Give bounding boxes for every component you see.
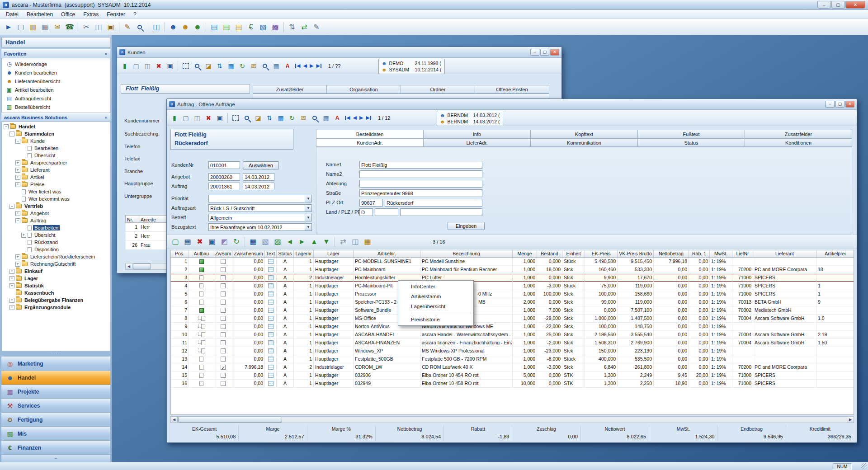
tree-item-handel[interactable]: −Handel — [2, 123, 110, 130]
tree-item-übersicht[interactable]: Übersicht — [2, 152, 110, 159]
column-header-pos[interactable]: Pos. — [171, 250, 189, 257]
column-header-artikelnr[interactable]: Artikelnr. — [354, 250, 420, 257]
delete-record-icon[interactable]: ✖ — [203, 113, 214, 123]
favorite-item-artikel-bearbeiten[interactable]: ▣Artikel bearbeiten — [2, 85, 110, 94]
betreff-input[interactable] — [208, 214, 305, 221]
column-header-bestand[interactable]: Bestand — [537, 250, 562, 257]
bezugstext-input[interactable] — [208, 223, 305, 231]
move-left-icon[interactable]: ◄ — [284, 236, 296, 248]
refresh-icon[interactable]: ↻ — [287, 113, 297, 123]
move-down-icon[interactable]: ▼ — [321, 236, 332, 248]
maximize-button[interactable]: ▢ — [835, 101, 844, 108]
maximize-button[interactable]: ▢ — [831, 1, 845, 9]
column-header-aufbau[interactable]: Aufbau — [189, 250, 214, 257]
duplicate-record-icon[interactable]: ◫ — [192, 113, 203, 123]
item-row[interactable]: 147.996,18A2IndustrielagerCDROM_LWCD ROM… — [171, 363, 854, 371]
zwsum-checkbox[interactable] — [221, 381, 226, 386]
favorites-header[interactable]: Favoriten « — [1, 49, 110, 58]
save-record-icon[interactable]: ▣ — [214, 113, 225, 123]
reports-icon[interactable]: ▩ — [269, 21, 281, 33]
customer-name-tab[interactable]: Flott Fleißig — [121, 84, 250, 94]
auftrag-date-input[interactable] — [243, 183, 274, 190]
zwsum-checkbox[interactable] — [221, 308, 226, 313]
expand-icon[interactable]: + — [15, 254, 20, 259]
zwsum-checkbox[interactable] — [221, 316, 226, 321]
grid-view-icon[interactable]: ▦ — [247, 236, 259, 248]
tree-item-stammdaten[interactable]: −Stammdaten — [2, 130, 110, 137]
item-row[interactable]: 10,00A1HauptlagerPC-MODELL-SUNSHINE1PC M… — [171, 258, 854, 266]
zoom-icon[interactable] — [259, 61, 270, 71]
angebot-date-input[interactable] — [243, 173, 274, 181]
auftragsart-input[interactable] — [208, 204, 305, 212]
move-up-icon[interactable]: ▲ — [308, 236, 320, 248]
calendar-icon[interactable]: ▦ — [362, 236, 373, 248]
copy-icon[interactable]: ◫ — [93, 21, 104, 33]
menu-help[interactable]: ? — [129, 11, 141, 18]
print-icon[interactable]: ▦ — [271, 61, 282, 71]
item-row[interactable]: 110,00A1HauptlagerASCARA-FINANZENascara … — [171, 339, 854, 347]
column-header-lieferant[interactable]: Lieferant — [753, 250, 816, 257]
login-icon[interactable]: ► — [3, 21, 14, 33]
angebot-number-input[interactable] — [208, 173, 240, 181]
collapse-chevron-icon[interactable]: « — [104, 52, 109, 55]
zwsum-checkbox[interactable] — [221, 324, 226, 329]
item-row[interactable]: 120,00A1HauptlagerWindows_XPMS Windows X… — [171, 347, 854, 355]
nav-prev-button[interactable]: ◀ — [302, 62, 308, 69]
accept-icon[interactable]: ▮ — [119, 61, 130, 71]
column-header-ek-preis[interactable]: EK-Preis — [585, 250, 618, 257]
column-header-zwischensum[interactable]: Zwischensum — [232, 250, 265, 257]
nav-button-services[interactable]: ⚒Services — [1, 399, 110, 413]
zwsum-checkbox[interactable] — [221, 348, 226, 353]
horizontal-scrollbar[interactable]: ◀ — [125, 263, 167, 270]
collapse-chevron-icon[interactable]: « — [104, 116, 109, 119]
window-icon[interactable]: ◫ — [151, 21, 162, 33]
selection-icon[interactable] — [230, 113, 241, 123]
column-header-nettobetrag[interactable]: Nettobetrag — [654, 250, 689, 257]
scroll-left-icon[interactable]: ◀ — [171, 417, 178, 423]
tree-item-vertrieb[interactable]: −Vertrieb — [2, 202, 110, 210]
tree-item-auftrag[interactable]: −Auftrag — [2, 217, 110, 224]
move-right-icon[interactable]: ► — [296, 236, 308, 248]
close-button[interactable]: ✕ — [845, 1, 865, 9]
tree-item-belegübergabe-finanzen[interactable]: +Belegübergabe Finanzen — [2, 296, 110, 304]
tree-item-angebot[interactable]: +Angebot — [2, 210, 110, 217]
column-header-text[interactable]: Text — [265, 250, 277, 257]
tab-bestelldaten[interactable]: Bestelldaten — [316, 130, 424, 138]
selection-icon[interactable] — [180, 61, 191, 71]
nav-button-finanzen[interactable]: €Finanzen — [1, 441, 110, 455]
mail-icon[interactable]: ✉ — [248, 61, 259, 71]
print-icon[interactable]: ▦ — [39, 21, 51, 33]
betreff-dropdown-icon[interactable]: ▼ — [305, 214, 312, 221]
sort-icon[interactable]: ⇅ — [214, 61, 225, 71]
item-row[interactable]: 40,00A1HauptlagerPC-Mainboard-Plt1,000-3… — [171, 282, 854, 290]
delete-line-icon[interactable]: ✖ — [194, 236, 206, 248]
nav-button-marketing[interactable]: ◎Marketing — [1, 357, 110, 371]
nav-next-button[interactable]: ▶ — [308, 62, 315, 69]
expand-icon[interactable]: + — [9, 269, 14, 274]
minimize-button[interactable]: – — [826, 101, 835, 108]
kundennr-input[interactable] — [208, 161, 240, 169]
column-header-zwsum[interactable]: ZwSum — [214, 250, 232, 257]
delete-record-icon[interactable]: ✖ — [153, 61, 164, 71]
context-menu-item-infocenter[interactable]: InfoCenter — [399, 282, 472, 291]
tree-item-rückstand[interactable]: Rückstand — [2, 239, 110, 246]
refresh-icon[interactable]: ↻ — [237, 61, 248, 71]
column-header-einheit[interactable]: Einheit — [562, 250, 585, 257]
column-header-vk-preis-brutto[interactable]: VK-Preis Brutto — [618, 250, 654, 257]
tab-ordner[interactable]: Ordner — [401, 85, 475, 94]
tree-item-artikel[interactable]: +Artikel — [2, 174, 110, 181]
search-icon[interactable] — [192, 61, 203, 71]
nav-button-mis[interactable]: ▧Mis — [1, 427, 110, 441]
favorite-item-bestellübersicht[interactable]: ▥Bestellübersicht — [2, 103, 110, 111]
tab-konditionen[interactable]: Konditionen — [745, 138, 852, 147]
column-header-rab-1[interactable]: Rab. 1 — [689, 250, 710, 257]
table-icon[interactable]: ▦ — [275, 113, 286, 123]
nav-next-button[interactable]: ▶ — [358, 114, 364, 121]
minimize-button[interactable]: – — [530, 49, 539, 56]
column-header-lager[interactable]: Lager — [314, 250, 354, 257]
nav-more-button[interactable]: ⌄ — [1, 455, 110, 462]
new-line-icon[interactable]: ▢ — [170, 236, 181, 248]
column-header-bezeichnung[interactable]: Bezeichnung — [420, 250, 513, 257]
name1-input[interactable] — [359, 161, 482, 169]
grid-sum-icon[interactable]: ▧ — [259, 236, 271, 248]
